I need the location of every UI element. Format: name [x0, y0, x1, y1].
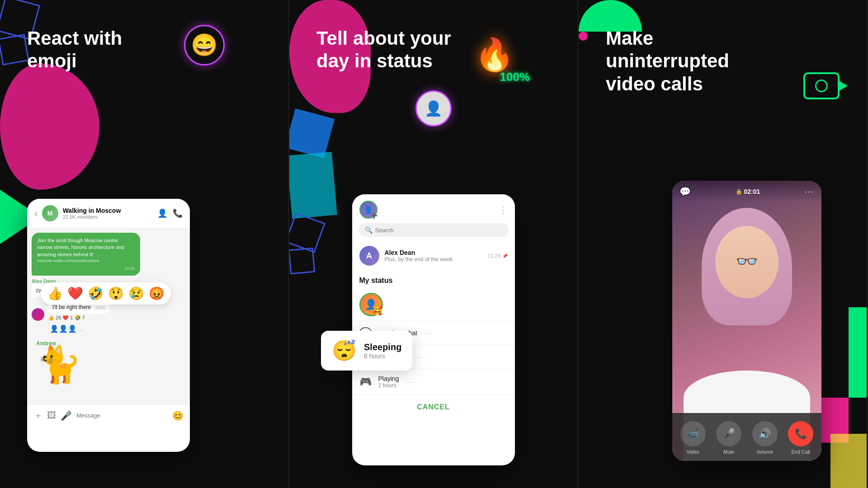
anon-avatar [32, 308, 44, 321]
panel2-heading: Tell about your day in status [316, 27, 451, 73]
member-count: 22.5K members [63, 214, 153, 220]
sleeping-status-card: 😴 Sleeping 8 hours [321, 331, 412, 371]
status-phone-mockup: 👤 ➕ ⋮ 🔍 A Alex Dean Plus, by the end of … [352, 194, 515, 465]
call-icon[interactable]: 📞 [173, 208, 183, 218]
contact-avatar: A [359, 246, 379, 266]
call-timer: 🔒 02:01 [736, 188, 760, 195]
deco-magenta-circle [579, 32, 588, 41]
header-avatar: 👤 ➕ [359, 201, 377, 219]
panel-video-calls: Make uninterrupted video calls 👓 💬 🔒 02 [579, 0, 868, 488]
chat-header: ‹ M Walking in Moscow 22.5K members 👤 📞 [27, 199, 190, 228]
reaction-wow[interactable]: 😲 [108, 286, 124, 301]
status-circle-avatar: 👤 [415, 90, 452, 127]
group-message-bubble: Join the stroll though Moscow centre: na… [32, 233, 140, 276]
reaction-angry[interactable]: 😡 [149, 286, 165, 301]
video-button[interactable]: 📹 Video [680, 421, 706, 455]
call-controls: 📹 Video 🎤 Mute 🔊 Volume 📞 End Call [672, 413, 821, 461]
attach-icon[interactable]: ＋ [33, 409, 42, 422]
typing-avatars: 👤👤👤 ... [50, 324, 185, 333]
group-name: Walking in Moscow [63, 207, 153, 214]
group-avatar: M [42, 205, 58, 221]
deco-teal-rect [289, 152, 337, 219]
deco-magenta-blob [0, 63, 99, 190]
my-status-row[interactable]: 👤 🥰 [352, 288, 515, 321]
chat-phone-mockup: ‹ M Walking in Moscow 22.5K members 👤 📞 … [27, 199, 190, 452]
status-dots-3[interactable]: ⋯ [405, 377, 413, 387]
search-icon: 🔍 [365, 226, 373, 234]
header-dots-icon[interactable]: ⋮ [499, 204, 508, 215]
my-status-title: My status [352, 270, 515, 288]
photo-icon[interactable]: 🖼 [47, 410, 56, 421]
chat-body: Join the stroll though Moscow centre: na… [27, 228, 190, 404]
mute-button[interactable]: 🎤 Mute [716, 421, 741, 455]
controls-row: 📹 Video 🎤 Mute 🔊 Volume 📞 End Call [677, 421, 817, 455]
deco-blue-rect4 [289, 248, 315, 275]
deco-blue-rect2 [0, 34, 29, 66]
reaction-sad[interactable]: 😢 [128, 286, 144, 301]
reaction-lol[interactable]: 🤣 [88, 286, 104, 301]
panel3-heading: Make uninterrupted video calls [606, 27, 729, 95]
deco-blue-rect3 [289, 212, 326, 253]
video-call-background: 👓 💬 🔒 02:01 ··· 📹 Video [672, 181, 821, 461]
emoji-reaction-bar[interactable]: 👍 ❤️ 🤣 😲 😢 😡 [41, 282, 171, 305]
end-call-button[interactable]: 📞 End Call [788, 421, 813, 455]
my-status-avatar: 👤 🥰 [359, 293, 383, 316]
mic-icon[interactable]: 🎤 [61, 410, 72, 421]
percent-label: 100% [500, 70, 530, 84]
deco-blue-square [289, 108, 335, 158]
cancel-button[interactable]: CANCEL [352, 394, 515, 419]
flame-icon: 🔥 [475, 36, 514, 73]
call-chat-icon[interactable]: 💬 [679, 186, 691, 197]
camera-deco [803, 72, 840, 99]
deco-green-rect [849, 307, 867, 398]
status-dots-2[interactable]: ⋯ [415, 352, 423, 362]
pin-icon: 📌 [502, 253, 508, 258]
chat-input-bar: ＋ 🖼 🎤 😊 [27, 404, 190, 426]
panel-react-emoji: React with emoji 😄 ‹ M Walking in Moscow… [0, 0, 289, 488]
status-dots-1[interactable]: ⋯ [424, 328, 432, 338]
deco-yellow-rect [830, 434, 867, 488]
cat-sticker: 🐈 [36, 344, 81, 385]
reaction-thumbs-up[interactable]: 👍 [47, 286, 63, 301]
person-glasses: 👓 [736, 251, 758, 272]
status-search: 🔍 [359, 223, 509, 237]
video-call-phone-mockup: 👓 💬 🔒 02:01 ··· 📹 Video [672, 181, 821, 461]
status-item-playing[interactable]: 🎮 Playing 2 hours ⋯ [352, 369, 515, 394]
call-more-options[interactable]: ··· [805, 187, 814, 197]
panel-status: Tell about your day in status 🔥 100% 👤 😴… [289, 0, 579, 488]
back-button[interactable]: ‹ [34, 208, 38, 219]
message-reactions: 👍 26 ❤️ 1 🤣 7 [48, 315, 110, 321]
chat-action-icons: 👤 📞 [157, 208, 183, 218]
add-member-icon[interactable]: 👤 [157, 208, 167, 218]
chat-title-area: Walking in Moscow 22.5K members [63, 207, 153, 220]
panel1-heading: React with emoji [27, 27, 122, 73]
search-input[interactable] [375, 227, 502, 234]
contact-alex-dean[interactable]: A Alex Dean Plus, by the end of the week… [352, 241, 515, 270]
message-input[interactable] [76, 412, 168, 419]
sticker-message: 🐈 [32, 347, 185, 383]
call-top-bar: 💬 🔒 02:01 ··· [672, 181, 821, 202]
emoji-input-icon[interactable]: 😊 [172, 410, 184, 421]
volume-button[interactable]: 🔊 Volume [752, 421, 778, 455]
emoji-decoration: 😄 [184, 25, 225, 66]
status-header: 👤 ➕ ⋮ [352, 194, 515, 223]
reaction-heart[interactable]: ❤️ [67, 286, 83, 301]
gaming-status-icon: 🎮 [359, 376, 372, 388]
lock-icon: 🔒 [736, 188, 742, 195]
